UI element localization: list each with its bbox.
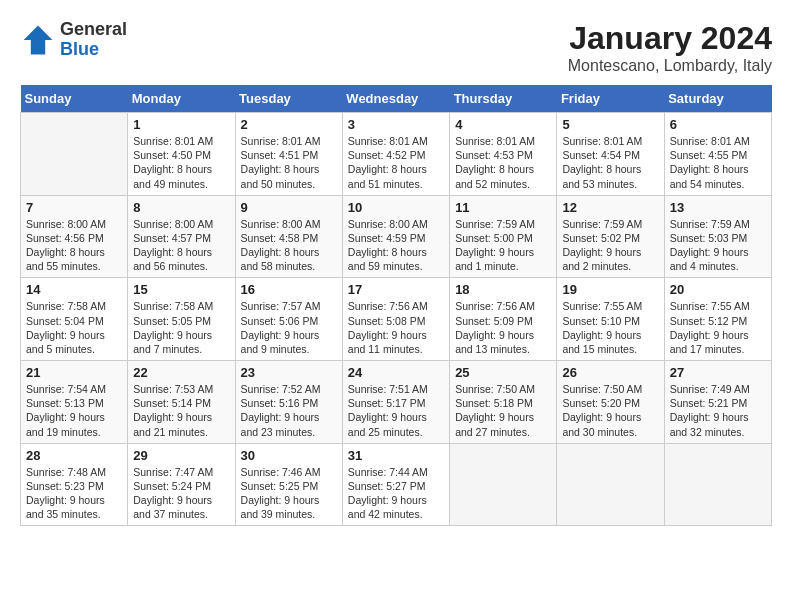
day-number: 22 bbox=[133, 365, 229, 380]
day-info: Sunrise: 7:51 AM Sunset: 5:17 PM Dayligh… bbox=[348, 382, 444, 439]
calendar-cell: 11Sunrise: 7:59 AM Sunset: 5:00 PM Dayli… bbox=[450, 195, 557, 278]
calendar-cell: 28Sunrise: 7:48 AM Sunset: 5:23 PM Dayli… bbox=[21, 443, 128, 526]
day-info: Sunrise: 7:55 AM Sunset: 5:10 PM Dayligh… bbox=[562, 299, 658, 356]
day-info: Sunrise: 8:01 AM Sunset: 4:52 PM Dayligh… bbox=[348, 134, 444, 191]
day-info: Sunrise: 7:50 AM Sunset: 5:18 PM Dayligh… bbox=[455, 382, 551, 439]
day-info: Sunrise: 8:01 AM Sunset: 4:55 PM Dayligh… bbox=[670, 134, 766, 191]
logo-text: General Blue bbox=[60, 20, 127, 60]
day-number: 19 bbox=[562, 282, 658, 297]
day-number: 28 bbox=[26, 448, 122, 463]
calendar-week-0: 1Sunrise: 8:01 AM Sunset: 4:50 PM Daylig… bbox=[21, 113, 772, 196]
header-row: SundayMondayTuesdayWednesdayThursdayFrid… bbox=[21, 85, 772, 113]
calendar-cell: 23Sunrise: 7:52 AM Sunset: 5:16 PM Dayli… bbox=[235, 361, 342, 444]
day-info: Sunrise: 7:52 AM Sunset: 5:16 PM Dayligh… bbox=[241, 382, 337, 439]
day-info: Sunrise: 8:00 AM Sunset: 4:57 PM Dayligh… bbox=[133, 217, 229, 274]
calendar-body: 1Sunrise: 8:01 AM Sunset: 4:50 PM Daylig… bbox=[21, 113, 772, 526]
calendar-cell bbox=[557, 443, 664, 526]
day-number: 4 bbox=[455, 117, 551, 132]
calendar-cell: 21Sunrise: 7:54 AM Sunset: 5:13 PM Dayli… bbox=[21, 361, 128, 444]
day-info: Sunrise: 8:00 AM Sunset: 4:58 PM Dayligh… bbox=[241, 217, 337, 274]
calendar-cell: 2Sunrise: 8:01 AM Sunset: 4:51 PM Daylig… bbox=[235, 113, 342, 196]
day-number: 2 bbox=[241, 117, 337, 132]
day-info: Sunrise: 7:53 AM Sunset: 5:14 PM Dayligh… bbox=[133, 382, 229, 439]
day-number: 15 bbox=[133, 282, 229, 297]
day-info: Sunrise: 8:01 AM Sunset: 4:53 PM Dayligh… bbox=[455, 134, 551, 191]
calendar-cell: 4Sunrise: 8:01 AM Sunset: 4:53 PM Daylig… bbox=[450, 113, 557, 196]
page-header: General Blue January 2024 Montescano, Lo… bbox=[20, 20, 772, 75]
header-cell-thursday: Thursday bbox=[450, 85, 557, 113]
day-number: 31 bbox=[348, 448, 444, 463]
day-info: Sunrise: 7:57 AM Sunset: 5:06 PM Dayligh… bbox=[241, 299, 337, 356]
day-number: 21 bbox=[26, 365, 122, 380]
header-cell-sunday: Sunday bbox=[21, 85, 128, 113]
calendar-cell: 22Sunrise: 7:53 AM Sunset: 5:14 PM Dayli… bbox=[128, 361, 235, 444]
calendar-cell: 17Sunrise: 7:56 AM Sunset: 5:08 PM Dayli… bbox=[342, 278, 449, 361]
calendar-cell: 14Sunrise: 7:58 AM Sunset: 5:04 PM Dayli… bbox=[21, 278, 128, 361]
calendar-cell bbox=[664, 443, 771, 526]
day-info: Sunrise: 7:59 AM Sunset: 5:02 PM Dayligh… bbox=[562, 217, 658, 274]
header-cell-monday: Monday bbox=[128, 85, 235, 113]
day-info: Sunrise: 7:48 AM Sunset: 5:23 PM Dayligh… bbox=[26, 465, 122, 522]
calendar-cell: 3Sunrise: 8:01 AM Sunset: 4:52 PM Daylig… bbox=[342, 113, 449, 196]
calendar-cell: 31Sunrise: 7:44 AM Sunset: 5:27 PM Dayli… bbox=[342, 443, 449, 526]
day-info: Sunrise: 7:47 AM Sunset: 5:24 PM Dayligh… bbox=[133, 465, 229, 522]
calendar-cell: 27Sunrise: 7:49 AM Sunset: 5:21 PM Dayli… bbox=[664, 361, 771, 444]
day-number: 8 bbox=[133, 200, 229, 215]
logo-icon bbox=[20, 22, 56, 58]
svg-marker-0 bbox=[24, 25, 53, 54]
day-number: 17 bbox=[348, 282, 444, 297]
day-info: Sunrise: 7:56 AM Sunset: 5:09 PM Dayligh… bbox=[455, 299, 551, 356]
calendar-cell: 8Sunrise: 8:00 AM Sunset: 4:57 PM Daylig… bbox=[128, 195, 235, 278]
day-info: Sunrise: 7:58 AM Sunset: 5:05 PM Dayligh… bbox=[133, 299, 229, 356]
day-number: 3 bbox=[348, 117, 444, 132]
day-info: Sunrise: 8:00 AM Sunset: 4:56 PM Dayligh… bbox=[26, 217, 122, 274]
day-number: 1 bbox=[133, 117, 229, 132]
header-cell-wednesday: Wednesday bbox=[342, 85, 449, 113]
calendar-week-4: 28Sunrise: 7:48 AM Sunset: 5:23 PM Dayli… bbox=[21, 443, 772, 526]
day-number: 27 bbox=[670, 365, 766, 380]
calendar-cell: 20Sunrise: 7:55 AM Sunset: 5:12 PM Dayli… bbox=[664, 278, 771, 361]
day-info: Sunrise: 8:01 AM Sunset: 4:54 PM Dayligh… bbox=[562, 134, 658, 191]
calendar-cell: 5Sunrise: 8:01 AM Sunset: 4:54 PM Daylig… bbox=[557, 113, 664, 196]
calendar-cell: 16Sunrise: 7:57 AM Sunset: 5:06 PM Dayli… bbox=[235, 278, 342, 361]
day-info: Sunrise: 7:58 AM Sunset: 5:04 PM Dayligh… bbox=[26, 299, 122, 356]
day-number: 18 bbox=[455, 282, 551, 297]
calendar-cell: 9Sunrise: 8:00 AM Sunset: 4:58 PM Daylig… bbox=[235, 195, 342, 278]
month-title: January 2024 bbox=[568, 20, 772, 57]
day-number: 26 bbox=[562, 365, 658, 380]
calendar-week-1: 7Sunrise: 8:00 AM Sunset: 4:56 PM Daylig… bbox=[21, 195, 772, 278]
calendar-cell: 6Sunrise: 8:01 AM Sunset: 4:55 PM Daylig… bbox=[664, 113, 771, 196]
logo: General Blue bbox=[20, 20, 127, 60]
day-number: 9 bbox=[241, 200, 337, 215]
calendar-table: SundayMondayTuesdayWednesdayThursdayFrid… bbox=[20, 85, 772, 526]
day-number: 10 bbox=[348, 200, 444, 215]
day-info: Sunrise: 7:56 AM Sunset: 5:08 PM Dayligh… bbox=[348, 299, 444, 356]
day-info: Sunrise: 7:49 AM Sunset: 5:21 PM Dayligh… bbox=[670, 382, 766, 439]
location: Montescano, Lombardy, Italy bbox=[568, 57, 772, 75]
day-number: 6 bbox=[670, 117, 766, 132]
day-info: Sunrise: 7:59 AM Sunset: 5:03 PM Dayligh… bbox=[670, 217, 766, 274]
day-info: Sunrise: 7:50 AM Sunset: 5:20 PM Dayligh… bbox=[562, 382, 658, 439]
day-number: 5 bbox=[562, 117, 658, 132]
calendar-cell: 7Sunrise: 8:00 AM Sunset: 4:56 PM Daylig… bbox=[21, 195, 128, 278]
calendar-cell bbox=[21, 113, 128, 196]
day-number: 16 bbox=[241, 282, 337, 297]
calendar-cell: 15Sunrise: 7:58 AM Sunset: 5:05 PM Dayli… bbox=[128, 278, 235, 361]
day-number: 13 bbox=[670, 200, 766, 215]
calendar-week-3: 21Sunrise: 7:54 AM Sunset: 5:13 PM Dayli… bbox=[21, 361, 772, 444]
header-cell-tuesday: Tuesday bbox=[235, 85, 342, 113]
day-number: 12 bbox=[562, 200, 658, 215]
calendar-week-2: 14Sunrise: 7:58 AM Sunset: 5:04 PM Dayli… bbox=[21, 278, 772, 361]
day-info: Sunrise: 7:46 AM Sunset: 5:25 PM Dayligh… bbox=[241, 465, 337, 522]
day-number: 14 bbox=[26, 282, 122, 297]
calendar-cell: 12Sunrise: 7:59 AM Sunset: 5:02 PM Dayli… bbox=[557, 195, 664, 278]
day-info: Sunrise: 7:54 AM Sunset: 5:13 PM Dayligh… bbox=[26, 382, 122, 439]
calendar-cell: 30Sunrise: 7:46 AM Sunset: 5:25 PM Dayli… bbox=[235, 443, 342, 526]
calendar-cell: 24Sunrise: 7:51 AM Sunset: 5:17 PM Dayli… bbox=[342, 361, 449, 444]
header-cell-friday: Friday bbox=[557, 85, 664, 113]
day-info: Sunrise: 8:01 AM Sunset: 4:51 PM Dayligh… bbox=[241, 134, 337, 191]
calendar-cell: 10Sunrise: 8:00 AM Sunset: 4:59 PM Dayli… bbox=[342, 195, 449, 278]
calendar-cell: 1Sunrise: 8:01 AM Sunset: 4:50 PM Daylig… bbox=[128, 113, 235, 196]
calendar-cell: 18Sunrise: 7:56 AM Sunset: 5:09 PM Dayli… bbox=[450, 278, 557, 361]
calendar-cell: 13Sunrise: 7:59 AM Sunset: 5:03 PM Dayli… bbox=[664, 195, 771, 278]
